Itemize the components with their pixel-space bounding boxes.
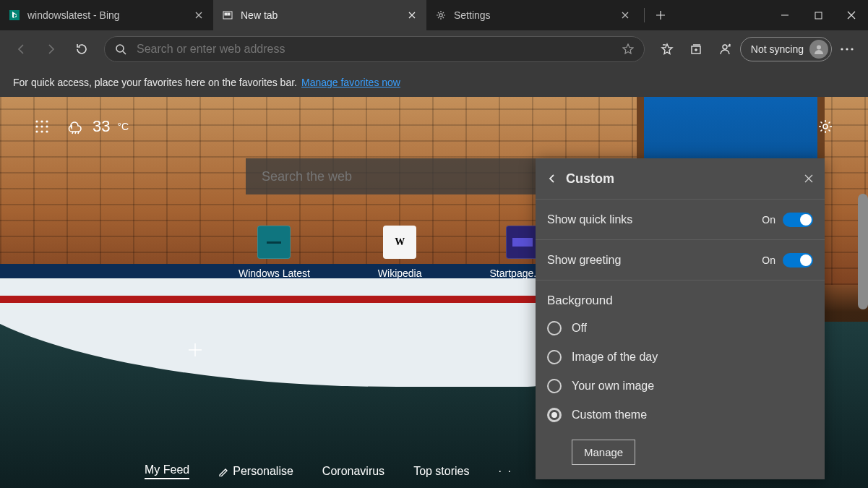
radio-icon xyxy=(547,408,562,422)
svg-point-8 xyxy=(723,45,727,49)
feed-tab-topstories[interactable]: Top stories xyxy=(413,465,469,478)
feed-tab-label: Personalise xyxy=(233,465,293,478)
svg-point-19 xyxy=(35,130,38,132)
svg-point-9 xyxy=(817,46,821,50)
search-icon xyxy=(115,43,126,55)
svg-point-20 xyxy=(40,130,43,132)
toggle-switch[interactable] xyxy=(783,253,813,267)
ntp-header: 33 °C xyxy=(0,117,868,136)
tab-strip: windowslatest - Bing New tab Settings xyxy=(0,0,868,30)
bg-option-own-image[interactable]: Your own image xyxy=(536,372,825,401)
manage-row: Manage xyxy=(536,429,825,479)
collections-button[interactable] xyxy=(682,35,710,63)
page-settings-panel: Custom Show quick links On Show greeting… xyxy=(536,158,825,479)
svg-rect-2 xyxy=(225,13,227,15)
favorites-button[interactable] xyxy=(653,35,681,63)
svg-rect-3 xyxy=(228,13,230,15)
bg-option-image-of-day[interactable]: Image of the day xyxy=(536,343,825,372)
weather-widget[interactable]: 33 °C xyxy=(66,117,129,136)
manage-favorites-link[interactable]: Manage favorites now xyxy=(301,77,400,88)
feed-tab-personalise[interactable]: Personalise xyxy=(218,465,293,478)
tab-bing[interactable]: windowslatest - Bing xyxy=(0,0,213,30)
weather-icon xyxy=(66,119,85,134)
refresh-button[interactable] xyxy=(68,35,95,63)
toggle-state: On xyxy=(762,254,775,266)
quick-link-wikipedia[interactable]: W Wikipedia xyxy=(378,226,422,279)
sync-profile-button[interactable]: Not syncing xyxy=(740,37,832,61)
toggle-switch[interactable] xyxy=(783,213,813,227)
tab-settings[interactable]: Settings xyxy=(426,0,640,30)
vertical-scrollbar[interactable] xyxy=(858,194,868,309)
close-window-button[interactable] xyxy=(835,0,868,30)
gear-icon xyxy=(435,9,447,21)
quick-link-tile xyxy=(257,226,291,259)
tab-separator xyxy=(644,8,645,22)
bg-option-off[interactable]: Off xyxy=(536,314,825,343)
toolbar-right: Not syncing xyxy=(653,35,861,63)
quick-links: Windows Latest W Wikipedia Startpage.com xyxy=(239,226,556,279)
toggle-greeting[interactable]: Show greeting On xyxy=(536,239,825,280)
page-settings-button[interactable] xyxy=(817,119,833,134)
svg-point-6 xyxy=(116,45,124,52)
svg-point-13 xyxy=(35,120,38,122)
radio-label: Custom theme xyxy=(572,408,647,421)
close-icon[interactable] xyxy=(804,174,813,183)
toggle-state: On xyxy=(762,214,775,226)
quick-link-tile: W xyxy=(383,226,416,259)
toggle-label: Show quick links xyxy=(547,213,632,226)
svg-point-15 xyxy=(46,120,48,122)
tab-title: New tab xyxy=(241,9,399,21)
temperature-value: 33 xyxy=(93,117,110,136)
quick-link-label: Wikipedia xyxy=(378,267,422,279)
radio-label: Your own image xyxy=(572,380,654,393)
panel-title: Custom xyxy=(566,171,614,187)
radio-icon xyxy=(547,379,562,393)
more-menu-button[interactable] xyxy=(833,35,861,63)
svg-point-4 xyxy=(439,14,442,17)
browser-toolbar: Not syncing xyxy=(0,30,868,68)
panel-header: Custom xyxy=(536,158,825,199)
feed-more-button[interactable]: · · xyxy=(499,465,512,478)
radio-label: Image of the day xyxy=(572,351,658,364)
svg-rect-5 xyxy=(815,12,822,19)
svg-point-10 xyxy=(841,48,843,50)
new-tab-button[interactable] xyxy=(649,0,672,30)
bing-icon xyxy=(9,9,20,21)
close-icon[interactable] xyxy=(406,9,418,21)
toggle-label: Show greeting xyxy=(547,254,621,267)
manage-button[interactable]: Manage xyxy=(572,440,635,465)
avatar-icon xyxy=(809,40,828,59)
feed-tab-myfeed[interactable]: My Feed xyxy=(145,463,189,479)
app-launcher-icon[interactable] xyxy=(35,119,49,134)
radio-label: Off xyxy=(572,322,587,335)
svg-point-11 xyxy=(846,48,848,50)
close-icon[interactable] xyxy=(619,9,631,21)
back-icon[interactable] xyxy=(547,174,557,184)
toggle-quick-links[interactable]: Show quick links On xyxy=(536,199,825,239)
maximize-button[interactable] xyxy=(802,0,835,30)
favorites-hint-text: For quick access, place your favorites h… xyxy=(13,77,297,88)
svg-point-17 xyxy=(40,125,43,127)
add-quick-link-button[interactable] xyxy=(181,335,210,364)
profile-switch-button[interactable] xyxy=(711,35,739,63)
svg-point-22 xyxy=(823,124,828,129)
svg-point-18 xyxy=(46,125,48,127)
tab-newtab[interactable]: New tab xyxy=(213,0,426,30)
tab-title: Settings xyxy=(454,9,612,21)
quick-link-windowslatest[interactable]: Windows Latest xyxy=(239,226,310,279)
minimize-button[interactable] xyxy=(768,0,802,30)
bg-option-custom-theme[interactable]: Custom theme xyxy=(536,401,825,429)
close-icon[interactable] xyxy=(193,9,205,21)
radio-icon xyxy=(547,321,562,335)
sync-status-label: Not syncing xyxy=(751,43,804,55)
favorite-star-icon[interactable] xyxy=(622,43,634,55)
back-button[interactable] xyxy=(7,35,35,63)
quick-link-tile xyxy=(506,226,539,259)
forward-button[interactable] xyxy=(38,35,65,63)
feed-tabs: My Feed Personalise Coronavirus Top stor… xyxy=(145,463,512,479)
address-bar[interactable] xyxy=(104,36,645,62)
temperature-unit: °C xyxy=(117,121,129,132)
feed-tab-coronavirus[interactable]: Coronavirus xyxy=(322,465,384,478)
address-input[interactable] xyxy=(135,42,614,56)
pencil-icon xyxy=(218,466,228,476)
